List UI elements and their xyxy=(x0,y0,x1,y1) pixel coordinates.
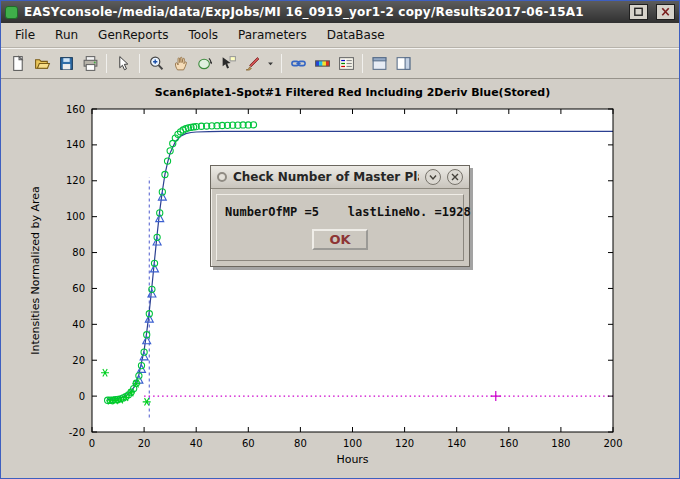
close-icon xyxy=(659,6,672,18)
figure-area: 020406080100120140160180200-200204060801… xyxy=(1,79,679,478)
window-titlebar: EASYconsole-/media/data/ExpJobs/MI 16_09… xyxy=(1,1,679,23)
plot-canvas: 020406080100120140160180200-200204060801… xyxy=(1,79,679,479)
maximize-button[interactable] xyxy=(629,4,648,20)
print-button[interactable] xyxy=(78,52,102,76)
menu-item-database[interactable]: DataBase xyxy=(317,25,395,45)
app-window: EASYconsole-/media/data/ExpJobs/MI 16_09… xyxy=(0,0,680,479)
show-plot-tools-icon xyxy=(395,55,412,72)
data-cursor-icon xyxy=(220,55,237,72)
svg-text:-20: -20 xyxy=(69,427,85,438)
show-plot-tools-button[interactable] xyxy=(391,52,415,76)
dialog-close-button[interactable] xyxy=(447,169,463,185)
dialog-circle-icon xyxy=(217,172,227,182)
hide-plot-tools-icon xyxy=(371,55,388,72)
svg-text:Intensities Normalized by Area: Intensities Normalized by Area xyxy=(29,186,42,355)
svg-text:120: 120 xyxy=(66,175,85,186)
close-button[interactable] xyxy=(656,4,675,20)
edit-arrow-button[interactable] xyxy=(111,52,135,76)
new-figure-icon xyxy=(10,55,27,72)
brush-dropdown-icon xyxy=(265,55,276,72)
toolbar-separator xyxy=(281,54,282,73)
svg-text:100: 100 xyxy=(66,211,85,222)
svg-text:180: 180 xyxy=(551,438,570,449)
link-plot-icon xyxy=(290,55,307,72)
menu-item-parameters[interactable]: Parameters xyxy=(228,25,317,45)
app-icon xyxy=(5,6,18,19)
svg-text:0: 0 xyxy=(79,391,85,402)
menu-item-file[interactable]: File xyxy=(5,25,45,45)
print-icon xyxy=(82,55,99,72)
ok-button[interactable]: OK xyxy=(312,229,367,250)
svg-text:80: 80 xyxy=(72,247,85,258)
toolbar-separator xyxy=(362,54,363,73)
dialog-check-number: Check Number of Master Pla NumberOfMP =5… xyxy=(210,165,470,267)
maximize-icon xyxy=(632,6,645,18)
data-cursor-button[interactable] xyxy=(216,52,240,76)
menu-item-tools[interactable]: Tools xyxy=(178,25,228,45)
legend-button[interactable] xyxy=(334,52,358,76)
dialog-titlebar[interactable]: Check Number of Master Pla xyxy=(211,166,469,189)
dialog-rollup-button[interactable] xyxy=(425,169,441,185)
menu-item-run[interactable]: Run xyxy=(45,25,88,45)
chevron-down-icon xyxy=(428,172,438,182)
window-title: EASYconsole-/media/data/ExpJobs/MI 16_09… xyxy=(24,5,621,19)
menu-item-genreports[interactable]: GenReports xyxy=(88,25,178,45)
brush-dropdown-button[interactable] xyxy=(264,52,277,76)
svg-text:0: 0 xyxy=(89,438,95,449)
zoom-in-icon xyxy=(148,55,165,72)
rotate-3d-button[interactable] xyxy=(192,52,216,76)
hide-plot-tools-button[interactable] xyxy=(367,52,391,76)
close-icon xyxy=(450,172,460,182)
rotate-3d-icon xyxy=(196,55,213,72)
svg-text:20: 20 xyxy=(72,355,85,366)
colorbar-button[interactable] xyxy=(310,52,334,76)
colorbar-icon xyxy=(314,55,331,72)
dialog-title: Check Number of Master Pla xyxy=(233,170,419,184)
svg-text:20: 20 xyxy=(138,438,151,449)
dialog-message: NumberOfMP =5 lastLineNo. =1928 xyxy=(225,205,455,219)
svg-text:140: 140 xyxy=(66,139,85,150)
edit-arrow-icon xyxy=(115,55,132,72)
svg-text:80: 80 xyxy=(294,438,307,449)
svg-text:40: 40 xyxy=(190,438,203,449)
svg-text:60: 60 xyxy=(72,283,85,294)
toolbar xyxy=(1,48,679,79)
toolbar-separator xyxy=(106,54,107,73)
svg-text:60: 60 xyxy=(242,438,255,449)
svg-text:40: 40 xyxy=(72,319,85,330)
pan-hand-button[interactable] xyxy=(168,52,192,76)
svg-text:160: 160 xyxy=(66,104,85,115)
svg-text:Scan6plate1-Spot#1 Filtered Re: Scan6plate1-Spot#1 Filtered Red Includin… xyxy=(155,86,550,99)
zoom-in-button[interactable] xyxy=(144,52,168,76)
svg-text:200: 200 xyxy=(603,438,622,449)
new-figure-button[interactable] xyxy=(6,52,30,76)
brush-icon xyxy=(244,55,261,72)
toolbar-separator xyxy=(139,54,140,73)
brush-button[interactable] xyxy=(240,52,264,76)
save-button[interactable] xyxy=(54,52,78,76)
link-plot-button[interactable] xyxy=(286,52,310,76)
svg-text:100: 100 xyxy=(343,438,362,449)
menubar: FileRunGenReportsToolsParametersDataBase xyxy=(1,23,679,48)
svg-text:Hours: Hours xyxy=(336,453,368,466)
dialog-body: NumberOfMP =5 lastLineNo. =1928 OK xyxy=(216,194,464,261)
open-file-icon xyxy=(34,55,51,72)
svg-text:120: 120 xyxy=(395,438,414,449)
legend-icon xyxy=(338,55,355,72)
svg-text:160: 160 xyxy=(499,438,518,449)
pan-hand-icon xyxy=(172,55,189,72)
open-file-button[interactable] xyxy=(30,52,54,76)
save-icon xyxy=(58,55,75,72)
svg-text:140: 140 xyxy=(447,438,466,449)
